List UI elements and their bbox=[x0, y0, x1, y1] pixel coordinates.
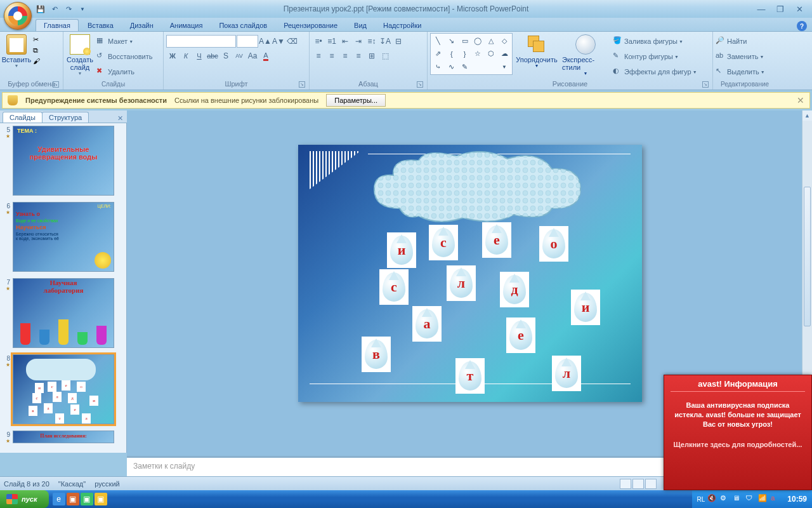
justify-icon[interactable]: ≡ bbox=[352, 50, 365, 62]
cloud-shape[interactable] bbox=[362, 151, 590, 227]
letter-drop[interactable]: а bbox=[412, 306, 442, 342]
shape-hexagon-icon[interactable]: ⬡ bbox=[485, 48, 497, 60]
scrollbar-thumb[interactable] bbox=[804, 187, 811, 326]
tab-insert[interactable]: Вставка bbox=[80, 20, 121, 31]
taskbar-app2-icon[interactable]: ▣ bbox=[81, 493, 93, 505]
align-text-icon[interactable]: ⊟ bbox=[392, 35, 405, 48]
layout-button[interactable]: ▦Макет ▼ bbox=[96, 34, 152, 48]
avast-notification[interactable]: avast! Информация Ваша антивирусная подп… bbox=[664, 375, 812, 490]
thumbnail-9[interactable]: План исследования: bbox=[13, 431, 114, 443]
taskbar-app1-icon[interactable]: ▣ bbox=[67, 493, 79, 505]
shadow-icon[interactable]: S bbox=[219, 50, 232, 62]
tray-clock[interactable]: 10:59 bbox=[783, 495, 807, 504]
letter-drop[interactable]: о bbox=[539, 226, 568, 262]
slideshow-view-icon[interactable] bbox=[645, 479, 657, 489]
tab-view[interactable]: Вид bbox=[346, 20, 374, 31]
columns-icon[interactable]: ⊞ bbox=[365, 50, 378, 62]
redo-icon[interactable]: ↷ bbox=[63, 4, 74, 14]
align-right-icon[interactable]: ≡ bbox=[339, 50, 351, 62]
format-painter-icon[interactable]: 🖌 bbox=[33, 57, 40, 65]
letter-drop[interactable]: л bbox=[447, 265, 476, 301]
italic-icon[interactable]: К bbox=[180, 50, 192, 62]
shrink-font-icon[interactable]: A▼ bbox=[272, 35, 285, 48]
select-button[interactable]: ↖Выделить ▼ bbox=[716, 65, 765, 79]
shape-outline-button[interactable]: ✎Контур фигуры ▼ bbox=[613, 50, 697, 64]
font-size-input[interactable] bbox=[237, 35, 258, 48]
numbering-icon[interactable]: ≡1 bbox=[325, 35, 338, 48]
align-center-icon[interactable]: ≡ bbox=[325, 50, 338, 62]
change-case-icon[interactable]: Aa bbox=[246, 50, 259, 62]
clear-format-icon[interactable]: ⌫ bbox=[285, 35, 298, 48]
shape-rbrace-icon[interactable]: } bbox=[459, 48, 471, 60]
strike-icon[interactable]: abc bbox=[206, 50, 219, 62]
delete-button[interactable]: ✖Удалить bbox=[96, 65, 152, 79]
office-button[interactable] bbox=[4, 2, 32, 30]
letter-drop[interactable]: е bbox=[506, 318, 535, 353]
shape-cloud-icon[interactable]: ☁ bbox=[498, 48, 511, 60]
bold-icon[interactable]: Ж bbox=[166, 50, 179, 62]
letter-drop[interactable]: и bbox=[571, 290, 600, 325]
indent-dec-icon[interactable]: ⇤ bbox=[339, 35, 351, 48]
shapes-more-icon[interactable]: ▼ bbox=[498, 61, 511, 73]
tray-lang-indicator[interactable]: RL bbox=[697, 496, 705, 503]
letter-drop[interactable]: т bbox=[455, 358, 485, 394]
arrange-button[interactable]: Упорядочить▼ bbox=[515, 33, 558, 69]
taskbar-app3-icon[interactable]: ▣ bbox=[95, 493, 107, 505]
shape-star-icon[interactable]: ☆ bbox=[472, 48, 485, 60]
shape-diamond-icon[interactable]: ◇ bbox=[498, 35, 511, 47]
shape-rect-icon[interactable]: ▭ bbox=[459, 35, 471, 47]
shape-oval-icon[interactable]: ◯ bbox=[472, 35, 485, 47]
letter-drop[interactable]: д bbox=[500, 272, 529, 307]
shape-arrow-icon[interactable]: ↘ bbox=[445, 35, 458, 47]
reset-button[interactable]: ↺Восстановить bbox=[96, 50, 152, 64]
convert-smartart-icon[interactable]: ⬚ bbox=[379, 50, 391, 62]
letter-drop[interactable]: и bbox=[387, 232, 416, 268]
tray-icon-5[interactable]: 📶 bbox=[758, 494, 768, 504]
qat-dropdown-icon[interactable]: ▼ bbox=[77, 4, 88, 14]
avast-link[interactable]: Щелкните здесь для подробностей... bbox=[671, 441, 805, 448]
thumbnail-8[interactable]: исеослдиваетл bbox=[13, 354, 114, 424]
letter-drop[interactable]: е bbox=[482, 222, 511, 258]
tab-animation[interactable]: Анимация bbox=[162, 20, 211, 31]
drawing-dialog-icon[interactable]: ↘ bbox=[702, 81, 709, 88]
status-language[interactable]: русский bbox=[95, 480, 119, 488]
tray-icon-1[interactable]: 🔇 bbox=[707, 494, 717, 504]
minimize-button[interactable]: — bbox=[754, 4, 769, 14]
sorter-view-icon[interactable] bbox=[632, 479, 644, 489]
undo-icon[interactable]: ↶ bbox=[49, 4, 60, 14]
tray-icon-3[interactable]: 🖥 bbox=[733, 494, 743, 504]
find-button[interactable]: 🔎Найти bbox=[716, 34, 747, 48]
new-slide-button[interactable]: Создать слайд ▼ bbox=[66, 33, 94, 77]
grow-font-icon[interactable]: A▲ bbox=[259, 35, 272, 48]
tab-home[interactable]: Главная bbox=[36, 19, 79, 31]
shape-effects-button[interactable]: ◐Эффекты для фигур ▼ bbox=[613, 65, 697, 79]
font-color-icon[interactable]: A bbox=[259, 50, 272, 62]
tray-avast-icon[interactable]: a bbox=[771, 494, 781, 504]
shape-connector-icon[interactable]: ⤷ bbox=[432, 61, 445, 73]
tab-review[interactable]: Рецензирование bbox=[276, 20, 345, 31]
letter-drop[interactable]: л bbox=[552, 356, 581, 391]
tray-icon-2[interactable]: ⚙ bbox=[720, 494, 730, 504]
save-icon[interactable]: 💾 bbox=[36, 4, 46, 14]
line-spacing-icon[interactable]: ≡↕ bbox=[365, 35, 378, 48]
thumbnail-5[interactable]: ТЕМА : Удивительныепревращения воды bbox=[13, 126, 114, 196]
scroll-up-icon[interactable]: ▲ bbox=[802, 110, 812, 121]
clipboard-dialog-icon[interactable]: ↘ bbox=[53, 81, 59, 88]
letter-drop[interactable]: с bbox=[429, 225, 458, 260]
tab-slideshow[interactable]: Показ слайдов bbox=[211, 20, 275, 31]
taskbar-ie-icon[interactable]: e bbox=[53, 493, 65, 505]
panel-close-icon[interactable]: ✕ bbox=[117, 114, 123, 123]
slide[interactable]: исеослдаеивтл bbox=[298, 145, 642, 402]
restore-button[interactable]: ❐ bbox=[773, 4, 788, 14]
tab-addins[interactable]: Надстройки bbox=[376, 20, 429, 31]
quick-styles-button[interactable]: Экспресс-стили▼ bbox=[561, 33, 610, 77]
security-options-button[interactable]: Параметры... bbox=[326, 94, 386, 107]
security-close-icon[interactable]: ✕ bbox=[797, 95, 804, 105]
letter-drop[interactable]: в bbox=[362, 337, 391, 372]
indent-inc-icon[interactable]: ⇥ bbox=[352, 35, 365, 48]
normal-view-icon[interactable] bbox=[620, 479, 631, 489]
shape-triangle-icon[interactable]: △ bbox=[485, 35, 497, 47]
replace-button[interactable]: abЗаменить ▼ bbox=[716, 50, 764, 64]
letter-drop[interactable]: с bbox=[379, 269, 409, 305]
shape-fill-button[interactable]: 🪣Заливка фигуры ▼ bbox=[613, 34, 697, 48]
